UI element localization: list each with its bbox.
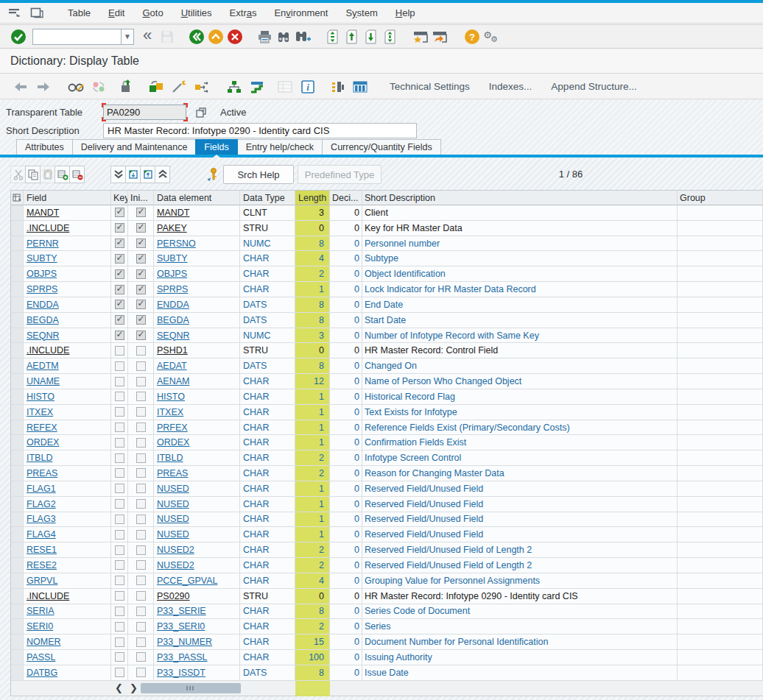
key-checkbox[interactable] xyxy=(111,573,128,589)
key-checkbox[interactable] xyxy=(111,266,128,282)
data-element-link[interactable]: ORDEX xyxy=(154,435,240,450)
key-checkbox[interactable] xyxy=(111,374,128,389)
data-element-link[interactable]: PCCE_GPVAL xyxy=(154,573,240,589)
data-element-link[interactable]: PRFEX xyxy=(154,420,240,436)
find-icon[interactable] xyxy=(274,27,293,46)
row-selector[interactable] xyxy=(11,374,24,389)
column-header-key[interactable]: Key xyxy=(111,191,128,205)
row-selector[interactable] xyxy=(11,313,24,328)
field-link[interactable]: HISTO xyxy=(24,389,111,405)
scroll-left-icon[interactable]: ❮ xyxy=(113,682,125,694)
initial-checkbox[interactable] xyxy=(128,358,154,374)
customize-layout-icon[interactable]: ⚙⚙ xyxy=(482,27,501,46)
field-link[interactable]: PASSL xyxy=(24,650,111,665)
key-checkbox[interactable] xyxy=(111,604,128,620)
scrollbar-thumb[interactable] xyxy=(141,683,241,693)
back-arrow-icon[interactable] xyxy=(10,77,31,96)
data-element-link[interactable]: PERSNO xyxy=(154,236,240,252)
initial-checkbox[interactable] xyxy=(128,313,154,328)
key-checkbox[interactable] xyxy=(111,435,128,450)
page-up-icon[interactable] xyxy=(342,27,361,46)
print-icon[interactable] xyxy=(255,27,274,46)
row-selector[interactable] xyxy=(11,558,24,573)
new-session-icon[interactable] xyxy=(411,27,430,46)
initial-checkbox[interactable] xyxy=(128,527,154,542)
data-element-link[interactable]: NUSED2 xyxy=(154,542,240,558)
menu-utilities[interactable]: Utilities xyxy=(172,3,221,23)
key-checkbox[interactable] xyxy=(111,328,128,344)
column-header-length[interactable]: Length xyxy=(295,191,330,205)
data-element-link[interactable]: AENAM xyxy=(154,374,240,389)
key-checkbox[interactable] xyxy=(111,405,128,420)
field-link[interactable]: RESE1 xyxy=(24,542,111,558)
menu-table[interactable]: Table xyxy=(59,3,99,23)
tab-fields[interactable]: Fields xyxy=(195,139,237,155)
short-description-value[interactable]: HR Master Record: Infotype 0290 - Identi… xyxy=(103,123,417,138)
menu-goto[interactable]: Goto xyxy=(133,3,172,23)
where-used-icon[interactable] xyxy=(191,77,212,96)
row-selector[interactable] xyxy=(11,266,24,282)
key-checkbox[interactable] xyxy=(111,665,128,681)
create-shortcut-icon[interactable] xyxy=(430,27,449,46)
field-link[interactable]: SUBTY xyxy=(24,251,111,266)
menu-extras[interactable]: Extras xyxy=(221,3,266,23)
initial-checkbox[interactable] xyxy=(128,604,154,620)
field-link[interactable]: OBJPS xyxy=(24,266,111,282)
row-selector[interactable] xyxy=(11,236,24,252)
data-element-link[interactable]: NUSED xyxy=(154,512,240,528)
initial-checkbox[interactable] xyxy=(128,619,154,634)
table-settings-icon[interactable] xyxy=(275,77,295,96)
initial-checkbox[interactable] xyxy=(128,420,154,436)
tab-delivery-and-maintenance[interactable]: Delivery and Maintenance xyxy=(72,139,197,155)
delete-row-icon[interactable] xyxy=(69,166,85,183)
table-name-input[interactable] xyxy=(103,105,186,120)
first-page-icon[interactable] xyxy=(323,27,342,46)
field-link[interactable]: RESE2 xyxy=(24,558,111,573)
row-selector[interactable] xyxy=(11,297,24,313)
columns-icon[interactable] xyxy=(327,77,348,96)
field-link[interactable]: .INCLUDE xyxy=(24,343,111,358)
key-checkbox[interactable] xyxy=(111,221,128,236)
data-element-link[interactable]: PS0290 xyxy=(154,589,240,604)
key-checkbox[interactable] xyxy=(111,512,128,528)
initial-checkbox[interactable] xyxy=(128,665,154,681)
initial-checkbox[interactable] xyxy=(128,405,154,420)
row-selector[interactable] xyxy=(11,619,24,634)
data-element-link[interactable]: SUBTY xyxy=(154,251,240,266)
row-selector[interactable] xyxy=(11,328,24,344)
data-element-link[interactable]: NUSED xyxy=(154,481,240,497)
save-icon[interactable] xyxy=(158,27,177,46)
data-element-link[interactable]: NUSED xyxy=(154,527,240,542)
initial-checkbox[interactable] xyxy=(128,328,154,344)
key-checkbox[interactable] xyxy=(111,343,128,358)
initial-checkbox[interactable] xyxy=(128,450,154,466)
key-checkbox[interactable] xyxy=(111,205,128,221)
chevrons-up-icon[interactable] xyxy=(155,166,170,183)
data-element-link[interactable]: BEGDA xyxy=(154,313,240,328)
menu-environment[interactable]: Environment xyxy=(265,3,337,23)
srch-help-button[interactable]: Srch Help xyxy=(223,165,294,184)
find-next-icon[interactable] xyxy=(293,27,312,46)
row-selector[interactable] xyxy=(11,512,24,528)
key-checkbox[interactable] xyxy=(111,481,128,497)
row-selector[interactable] xyxy=(11,604,24,620)
display-change-icon[interactable] xyxy=(66,77,86,96)
key-checkbox[interactable] xyxy=(111,497,128,512)
initial-checkbox[interactable] xyxy=(128,589,154,604)
page-bottom-icon[interactable] xyxy=(125,166,141,183)
data-element-link[interactable]: ENDDA xyxy=(154,297,240,313)
row-selector[interactable] xyxy=(11,542,24,558)
data-element-link[interactable]: HISTO xyxy=(154,389,240,405)
data-element-link[interactable]: NUSED2 xyxy=(154,558,240,573)
initial-checkbox[interactable] xyxy=(128,542,154,558)
field-link[interactable]: BEGDA xyxy=(24,313,111,328)
initial-checkbox[interactable] xyxy=(128,497,154,512)
field-link[interactable]: SERI0 xyxy=(24,619,111,634)
data-element-link[interactable]: SPRPS xyxy=(154,282,240,297)
refresh-icon[interactable] xyxy=(88,77,109,96)
key-checkbox[interactable] xyxy=(111,634,128,650)
paste-icon[interactable] xyxy=(40,166,55,183)
row-selector[interactable] xyxy=(11,405,24,420)
field-link[interactable]: ITXEX xyxy=(24,405,111,420)
row-selector[interactable] xyxy=(11,466,24,481)
